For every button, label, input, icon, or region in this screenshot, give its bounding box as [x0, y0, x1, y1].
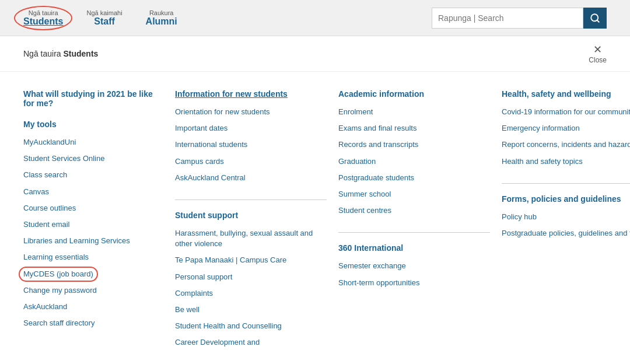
- link-student-health[interactable]: Student Health and Counselling: [175, 321, 327, 331]
- search-input[interactable]: [432, 8, 583, 29]
- breadcrumb-bar: Ngā tauira Students ✕ Close: [0, 36, 630, 72]
- link-short-term-opportunities[interactable]: Short-term opportunities: [338, 278, 490, 288]
- menu-col-1: What will studying in 2021 be like for m…: [23, 89, 163, 354]
- link-askauckland-central[interactable]: AskAuckland Central: [175, 173, 327, 183]
- nav-label-top-staff: Ngā kaimahi: [86, 9, 122, 16]
- nav-item-alumni[interactable]: Raukura Alumni: [146, 9, 177, 27]
- link-report-concerns[interactable]: Report concerns, incidents and hazards: [502, 139, 630, 150]
- link-canvas[interactable]: Canvas: [23, 187, 163, 197]
- menu-col-4: Health, safety and wellbeing Covid-19 in…: [502, 89, 630, 354]
- link-te-papa-manaaki[interactable]: Te Papa Manaaki | Campus Care: [175, 255, 327, 265]
- link-important-dates[interactable]: Important dates: [175, 123, 327, 134]
- section-360-international: 360 International Semester exchange Shor…: [338, 243, 490, 293]
- link-myaucklanduni[interactable]: MyAucklandUni: [23, 137, 163, 148]
- link-search-staff-directory[interactable]: Search staff directory: [23, 318, 163, 328]
- link-health-safety-topics[interactable]: Health and safety topics: [502, 156, 630, 167]
- search-icon: [590, 13, 600, 23]
- section-forms-policies: Forms, policies and guidelines Policy hu…: [502, 194, 630, 244]
- forms-policies-heading: Forms, policies and guidelines: [502, 194, 630, 204]
- top-navigation: Ngā tauira Students Ngā kaimahi Staff Ra…: [0, 0, 630, 36]
- link-postgraduate-students[interactable]: Postgraduate students: [338, 173, 490, 183]
- link-askauckland[interactable]: AskAuckland: [23, 302, 163, 312]
- link-covid19[interactable]: Covid-19 information for our community: [502, 107, 630, 117]
- health-safety-heading: Health, safety and wellbeing: [502, 89, 630, 99]
- link-change-password[interactable]: Change my password: [23, 285, 163, 296]
- breadcrumb: Ngā tauira Students: [23, 49, 98, 58]
- search-button[interactable]: [583, 8, 607, 29]
- divider-col2: [175, 200, 327, 200]
- link-summer-school[interactable]: Summer school: [338, 189, 490, 200]
- close-button[interactable]: ✕ Close: [589, 43, 607, 64]
- circled-mycdes: MyCDES (job board): [23, 269, 93, 279]
- academic-info-heading: Academic information: [338, 89, 490, 99]
- link-policy-hub[interactable]: Policy hub: [502, 212, 630, 222]
- link-graduation[interactable]: Graduation: [338, 156, 490, 167]
- link-learning-essentials[interactable]: Learning essentials: [23, 252, 163, 262]
- link-records[interactable]: Records and transcripts: [338, 139, 490, 150]
- link-career-development[interactable]: Career Development and: [175, 337, 327, 348]
- link-course-outlines[interactable]: Course outlines: [23, 203, 163, 214]
- my-tools-heading: My tools: [23, 120, 163, 129]
- breadcrumb-current: Students: [63, 49, 98, 58]
- section-new-students: Information for new students Orientation…: [175, 89, 327, 189]
- link-international-students[interactable]: International students: [175, 139, 327, 150]
- divider-col3: [338, 232, 490, 233]
- link-libraries[interactable]: Libraries and Learning Services: [23, 236, 163, 246]
- nav-item-staff[interactable]: Ngā kaimahi Staff: [86, 9, 122, 27]
- nav-items: Ngā tauira Students Ngā kaimahi Staff Ra…: [23, 9, 432, 27]
- nav-label-main-students: Students: [23, 16, 63, 27]
- link-be-well[interactable]: Be well: [175, 304, 327, 315]
- link-orientation[interactable]: Orientation for new students: [175, 107, 327, 117]
- nav-label-top-students: Ngā tauira: [29, 9, 58, 16]
- menu-col-3: Academic information Enrolment Exams and…: [338, 89, 490, 354]
- 360-international-heading: 360 International: [338, 243, 490, 253]
- link-campus-cards[interactable]: Campus cards: [175, 156, 327, 167]
- link-complaints[interactable]: Complaints: [175, 288, 327, 299]
- link-personal-support[interactable]: Personal support: [175, 272, 327, 282]
- link-semester-exchange[interactable]: Semester exchange: [338, 261, 490, 271]
- section-student-support: Student support Harassment, bullying, se…: [175, 211, 327, 354]
- link-exams[interactable]: Exams and final results: [338, 123, 490, 134]
- link-harassment[interactable]: Harassment, bullying, sexual assault and…: [175, 228, 327, 249]
- close-icon: ✕: [593, 43, 602, 56]
- student-support-heading: Student support: [175, 211, 327, 220]
- nav-label-top-alumni: Raukura: [149, 9, 174, 16]
- section-academic-info: Academic information Enrolment Exams and…: [338, 89, 490, 222]
- link-student-services-online[interactable]: Student Services Online: [23, 153, 163, 164]
- divider-col4: [502, 183, 630, 184]
- mega-menu: What will studying in 2021 be like for m…: [0, 72, 630, 364]
- new-students-heading-link[interactable]: Information for new students: [175, 89, 288, 99]
- link-student-email[interactable]: Student email: [23, 219, 163, 230]
- nav-label-main-alumni: Alumni: [146, 16, 177, 27]
- link-mycdes[interactable]: MyCDES (job board): [23, 269, 163, 279]
- close-label: Close: [589, 56, 607, 64]
- nav-item-students[interactable]: Ngā tauira Students: [23, 9, 63, 27]
- link-enrolment[interactable]: Enrolment: [338, 107, 490, 117]
- section-health-safety: Health, safety and wellbeing Covid-19 in…: [502, 89, 630, 173]
- link-emergency[interactable]: Emergency information: [502, 123, 630, 134]
- studying-2021-link[interactable]: What will studying in 2021 be like for m…: [23, 89, 163, 108]
- breadcrumb-prefix: Ngā tauira: [23, 49, 61, 58]
- search-area: [432, 8, 607, 29]
- link-postgraduate-policies[interactable]: Postgraduate policies, guidelines and fo…: [502, 228, 630, 239]
- menu-col-2: Information for new students Orientation…: [175, 89, 327, 354]
- link-class-search[interactable]: Class search: [23, 170, 163, 180]
- link-student-centres[interactable]: Student centres: [338, 205, 490, 216]
- new-students-heading: Information for new students: [175, 89, 327, 99]
- nav-label-main-staff: Staff: [94, 16, 115, 27]
